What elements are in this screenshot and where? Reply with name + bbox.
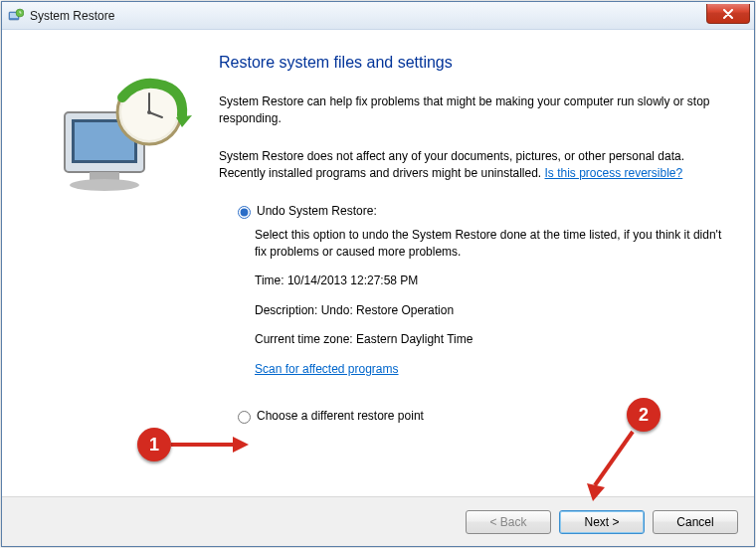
- radio-undo[interactable]: [238, 206, 251, 219]
- annotation-arrow-2: [583, 428, 639, 503]
- svg-rect-6: [90, 172, 119, 180]
- annotation-badge-1: 1: [137, 428, 171, 461]
- svg-marker-14: [233, 437, 249, 453]
- back-button[interactable]: < Back: [466, 510, 551, 534]
- close-button[interactable]: [706, 4, 750, 24]
- cancel-button[interactable]: Cancel: [653, 510, 738, 534]
- warning-text: System Restore does not affect any of yo…: [219, 148, 726, 183]
- annotation-badge-2: 2: [627, 398, 661, 432]
- reversible-link[interactable]: Is this process reversible?: [545, 166, 683, 180]
- undo-desc-line: Description: Undo: Restore Operation: [255, 302, 726, 319]
- radio-different-label: Choose a different restore point: [257, 409, 424, 423]
- svg-point-12: [147, 110, 151, 114]
- svg-point-7: [70, 179, 139, 191]
- scan-affected-link[interactable]: Scan for affected programs: [255, 362, 399, 376]
- wizard-image: [30, 54, 209, 496]
- system-restore-window: System Restore: [1, 1, 755, 547]
- option-undo-row[interactable]: Undo System Restore:: [233, 203, 726, 219]
- next-button[interactable]: Next >: [559, 510, 645, 534]
- window-title: System Restore: [30, 9, 114, 23]
- system-restore-icon: [8, 8, 24, 24]
- annotation-arrow-1: [171, 433, 251, 457]
- svg-line-15: [595, 432, 633, 485]
- undo-description: Select this option to undo the System Re…: [255, 227, 726, 262]
- svg-marker-16: [587, 483, 605, 501]
- button-bar: < Back Next > Cancel: [2, 496, 754, 546]
- radio-undo-label: Undo System Restore:: [257, 204, 377, 218]
- option-undo-details: Select this option to undo the System Re…: [255, 227, 726, 378]
- undo-time: Time: 10/14/2013 12:27:58 PM: [255, 273, 726, 289]
- radio-different[interactable]: [238, 411, 251, 424]
- page-heading: Restore system files and settings: [219, 54, 726, 72]
- titlebar: System Restore: [2, 2, 754, 30]
- undo-tz: Current time zone: Eastern Daylight Time: [255, 331, 726, 348]
- intro-text: System Restore can help fix problems tha…: [219, 93, 726, 128]
